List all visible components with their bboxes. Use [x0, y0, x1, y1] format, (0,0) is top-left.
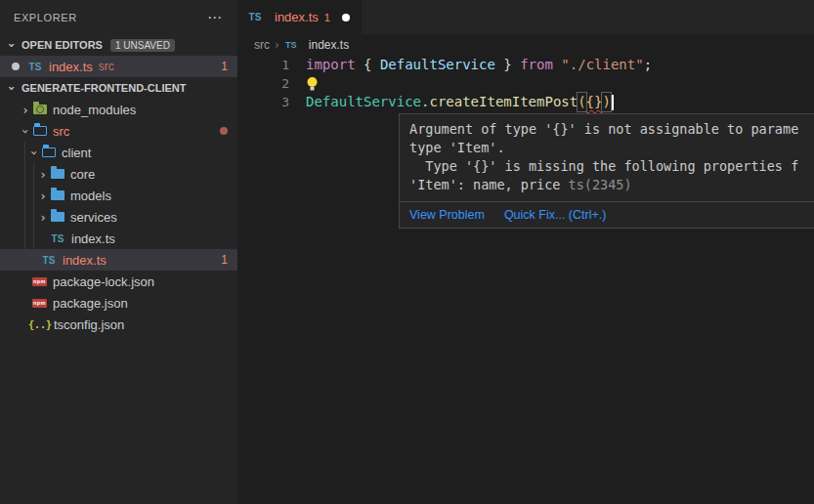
folder-open-icon	[42, 147, 56, 157]
code-line-1: 1import { DefaultService } from "./clien…	[237, 56, 814, 74]
tree-item-label: index.ts	[71, 231, 115, 246]
error-code-ref: ts(2345)	[569, 177, 632, 192]
view-problem-link[interactable]: View Problem	[409, 208, 485, 222]
code-token: .	[421, 93, 429, 111]
code-line-3: 3DefaultService.createItemItemPost({})	[237, 93, 814, 111]
chevron-right-icon[interactable]: ›	[35, 210, 51, 225]
chevron-down-icon[interactable]: ›	[19, 123, 33, 139]
tree-item-label: package.json	[53, 296, 128, 311]
code-token: }	[495, 56, 520, 74]
tree-item-client[interactable]: ›client	[0, 142, 237, 163]
sidebar-header: EXPLORER ⋯	[0, 0, 237, 34]
error-count-badge: 1	[221, 253, 228, 267]
breadcrumb: src › TS index.ts	[237, 34, 814, 56]
tree-item-label: models	[70, 189, 111, 203]
code-token: {	[356, 56, 380, 74]
code-token: ;	[644, 56, 652, 74]
tree-item-models[interactable]: ›models	[0, 185, 237, 206]
tab-index-ts[interactable]: TS index.ts 1	[237, 0, 362, 34]
hover-actions: View ProblemQuick Fix... (Ctrl+.)	[400, 201, 814, 228]
chevron-down-icon: ›	[5, 80, 20, 96]
tree-item-core[interactable]: ›core	[0, 163, 237, 185]
line-number: 3	[237, 93, 289, 111]
folder-open-icon	[33, 126, 47, 136]
code-token: import	[306, 56, 356, 74]
typescript-icon: TS	[41, 255, 57, 266]
code-line-content[interactable]: import { DefaultService } from "./client…	[289, 56, 652, 74]
code-token: "./client"	[561, 56, 643, 74]
tree-item-label: client	[62, 146, 91, 160]
npm-icon: npm	[32, 299, 47, 308]
folder-error-dot-icon	[220, 127, 228, 135]
tree-item-tsconfig-json[interactable]: {..}tsconfig.json	[0, 314, 237, 335]
chevron-down-icon: ›	[5, 37, 20, 53]
chevron-right-icon[interactable]: ›	[35, 167, 51, 182]
tree-item-label: services	[70, 210, 117, 225]
tree-item-label: src	[53, 124, 69, 139]
error-count-badge: 1	[221, 60, 228, 73]
code-token: (	[578, 93, 585, 111]
tab-filename: index.ts	[275, 10, 319, 24]
code-token: from	[520, 56, 553, 74]
typescript-icon: TS	[284, 40, 298, 50]
tree-item-index-ts[interactable]: TSindex.ts1	[0, 249, 237, 271]
tab-bar: TS index.ts 1	[237, 0, 814, 34]
folder-icon	[51, 169, 64, 179]
chevron-down-icon[interactable]: ›	[27, 145, 42, 160]
error-message-text: type 'Item'.	[409, 140, 505, 155]
breadcrumb-folder[interactable]: src	[254, 38, 270, 52]
npm-icon: npm	[32, 277, 47, 286]
tree-item-index-ts[interactable]: TSindex.ts	[0, 228, 237, 249]
error-squiggle-token: {}	[586, 93, 603, 111]
quick-fix-link[interactable]: Quick Fix... (Ctrl+.)	[504, 208, 607, 222]
tree-item-label: tsconfig.json	[54, 317, 124, 332]
open-editor-folder-detail: src	[99, 60, 114, 73]
error-message-text: Argument of type '{}' is not assignable …	[409, 121, 798, 137]
file-tree: ›node_modules›src›client›core›models›ser…	[0, 99, 237, 335]
sidebar-title: EXPLORER	[14, 12, 201, 23]
open-editors-header[interactable]: › OPEN EDITORS 1 UNSAVED	[0, 34, 237, 56]
explorer-sidebar: EXPLORER ⋯ › OPEN EDITORS 1 UNSAVED TS i…	[0, 0, 237, 504]
unsaved-badge: 1 UNSAVED	[110, 39, 175, 52]
node-modules-folder-icon	[33, 105, 47, 114]
typescript-icon: TS	[50, 233, 65, 244]
code-lines: 1import { DefaultService } from "./clien…	[237, 56, 814, 111]
code-token: )	[602, 93, 610, 111]
tree-item-label: index.ts	[63, 253, 107, 268]
tree-item-src[interactable]: ›src	[0, 120, 237, 142]
dirty-dot-icon[interactable]	[12, 63, 20, 70]
workspace-name: GENERATE-FRONTEND-CLIENT	[21, 82, 186, 94]
tree-item-node-modules[interactable]: ›node_modules	[0, 99, 237, 120]
chevron-right-icon[interactable]: ›	[35, 189, 51, 203]
tree-item-services[interactable]: ›services	[0, 206, 237, 228]
code-line-content[interactable]: DefaultService.createItemItemPost({})	[289, 93, 614, 111]
code-line-content[interactable]	[289, 74, 319, 93]
folder-icon	[51, 212, 64, 222]
tree-item-label: package-lock.json	[53, 274, 154, 289]
more-actions-icon[interactable]: ⋯	[201, 9, 228, 26]
tree-item-package-json[interactable]: npmpackage.json	[0, 292, 237, 314]
text-cursor	[612, 95, 614, 110]
open-editor-item-index-ts[interactable]: TS index.ts src 1	[0, 56, 237, 77]
tree-item-package-lock-json[interactable]: npmpackage-lock.json	[0, 271, 237, 292]
workspace-section-header[interactable]: › GENERATE-FRONTEND-CLIENT	[0, 77, 237, 99]
code-token	[553, 56, 561, 74]
tree-item-label: core	[70, 167, 95, 182]
folder-icon	[51, 190, 64, 200]
error-hover-tooltip: Argument of type '{}' is not assignable …	[399, 113, 814, 229]
code-token: createItemItemPost	[429, 93, 578, 111]
breadcrumb-file[interactable]: index.ts	[309, 38, 349, 52]
typescript-icon: TS	[247, 12, 263, 22]
json-config-icon: {..}	[32, 319, 48, 330]
open-editor-filename: index.ts	[49, 60, 93, 74]
error-message-text: Type '{}' is missing the following prope…	[409, 158, 798, 174]
code-token: DefaultService	[380, 56, 495, 74]
unsaved-dot-icon[interactable]	[342, 14, 350, 21]
lightbulb-icon[interactable]	[306, 76, 319, 92]
typescript-icon: TS	[27, 62, 43, 72]
error-message-text: 'Item': name, price	[409, 177, 569, 192]
code-token: DefaultService	[306, 93, 421, 111]
chevron-right-icon: ›	[275, 38, 279, 52]
line-number: 1	[237, 56, 289, 74]
chevron-right-icon[interactable]: ›	[18, 103, 33, 117]
